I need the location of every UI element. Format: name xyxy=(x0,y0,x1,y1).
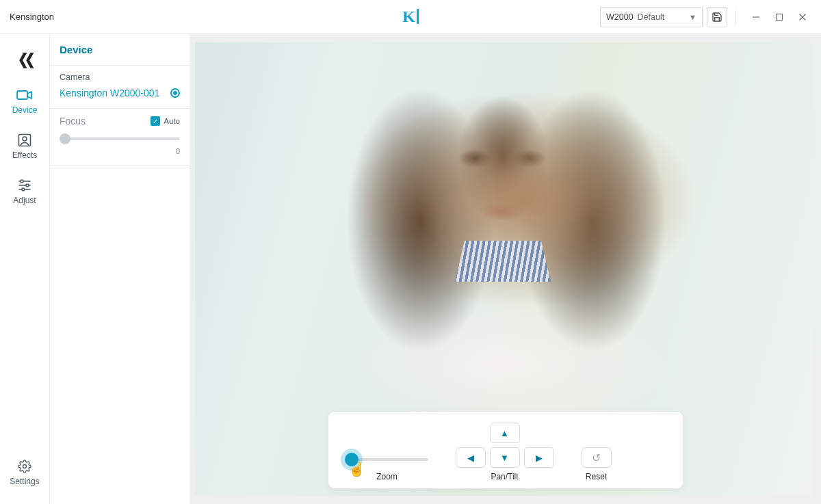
camera-name[interactable]: Kensington W2000-001 xyxy=(60,88,159,98)
preset-name: W2000 xyxy=(606,12,634,22)
sidebar: ❮❮ Device Effects Adjust Settings xyxy=(0,34,49,504)
preset-value: Default xyxy=(638,12,665,22)
focus-value: 0 xyxy=(60,147,180,155)
sidebar-item-effects[interactable]: Effects xyxy=(12,133,37,160)
sidebar-item-label: Device xyxy=(12,105,38,115)
sidebar-item-label: Settings xyxy=(10,477,39,486)
tilt-up-button[interactable]: ▲ xyxy=(490,423,520,443)
brand-logo-icon: K xyxy=(402,8,419,26)
sidebar-item-label: Effects xyxy=(12,150,37,160)
close-icon xyxy=(798,13,807,21)
zoom-control-group: ☝ Zoom xyxy=(346,451,428,481)
svg-point-6 xyxy=(23,137,27,141)
pantilt-label: Pan/Tilt xyxy=(491,472,518,481)
save-icon xyxy=(712,12,722,23)
pan-right-button[interactable]: ▶ xyxy=(524,447,554,468)
chevron-down-icon: ▼ xyxy=(689,13,696,21)
sidebar-item-device[interactable]: Device xyxy=(12,88,38,115)
slider-thumb[interactable] xyxy=(60,133,70,144)
gear-icon xyxy=(18,459,31,474)
camera-section-label: Camera xyxy=(60,72,180,82)
undo-icon: ↺ xyxy=(592,451,601,464)
zoom-label: Zoom xyxy=(376,472,398,481)
window-minimize-button[interactable] xyxy=(744,7,768,27)
titlebar: Kensington K W2000 Default ▼ xyxy=(0,0,821,34)
sliders-icon xyxy=(18,178,31,193)
camera-selected-radio[interactable] xyxy=(170,88,180,98)
triangle-right-icon: ▶ xyxy=(536,453,543,463)
svg-point-13 xyxy=(23,465,26,468)
focus-auto-checkbox[interactable]: ✓ Auto xyxy=(151,116,180,126)
collapse-sidebar-button[interactable]: ❮❮ xyxy=(18,51,31,68)
zoom-slider[interactable]: ☝ xyxy=(346,451,428,468)
camera-icon xyxy=(16,88,33,103)
reset-button[interactable]: ↺ xyxy=(582,447,612,468)
minimize-icon xyxy=(752,13,760,21)
preset-dropdown[interactable]: W2000 Default ▼ xyxy=(600,7,703,27)
ptz-controls-card: ☝ Zoom ▲ ◀ ▼ ▶ Pan/Tilt ↺ Reset xyxy=(328,411,683,489)
triangle-down-icon: ▼ xyxy=(500,453,509,463)
camera-section: Camera Kensington W2000-001 xyxy=(50,66,190,109)
svg-rect-4 xyxy=(17,91,27,99)
reset-control-group: ↺ Reset xyxy=(582,423,612,481)
app-title: Kensington xyxy=(10,12,54,22)
svg-point-12 xyxy=(22,188,25,191)
svg-point-11 xyxy=(26,184,29,187)
slider-track xyxy=(60,137,180,140)
pan-left-button[interactable]: ◀ xyxy=(456,447,486,468)
sidebar-item-label: Adjust xyxy=(13,196,36,205)
zoom-track xyxy=(346,458,428,461)
reset-label: Reset xyxy=(586,472,607,481)
titlebar-separator xyxy=(735,10,736,25)
sidebar-item-settings[interactable]: Settings xyxy=(10,459,39,486)
svg-point-10 xyxy=(21,180,23,183)
maximize-icon xyxy=(775,13,783,21)
window-close-button[interactable] xyxy=(791,7,814,27)
focus-slider[interactable] xyxy=(60,133,180,144)
device-panel: Device Camera Kensington W2000-001 Focus… xyxy=(49,34,190,504)
checkbox-checked-icon: ✓ xyxy=(151,116,160,126)
portrait-icon xyxy=(18,133,31,148)
zoom-thumb[interactable] xyxy=(345,453,359,466)
svg-rect-1 xyxy=(777,14,783,20)
main-area: ☝ Zoom ▲ ◀ ▼ ▶ Pan/Tilt ↺ Reset xyxy=(190,34,821,504)
triangle-left-icon: ◀ xyxy=(467,453,474,463)
auto-label: Auto xyxy=(164,117,180,125)
save-preset-button[interactable] xyxy=(707,7,727,27)
sidebar-item-adjust[interactable]: Adjust xyxy=(13,178,36,205)
chevron-left-double-icon: ❮❮ xyxy=(18,51,31,68)
pantilt-control-group: ▲ ◀ ▼ ▶ Pan/Tilt xyxy=(456,423,554,481)
panel-title: Device xyxy=(50,34,190,66)
tilt-down-button[interactable]: ▼ xyxy=(490,447,520,468)
triangle-up-icon: ▲ xyxy=(500,428,509,438)
window-maximize-button[interactable] xyxy=(768,7,791,27)
focus-label: Focus xyxy=(60,116,86,127)
focus-section: Focus ✓ Auto 0 xyxy=(50,109,190,165)
